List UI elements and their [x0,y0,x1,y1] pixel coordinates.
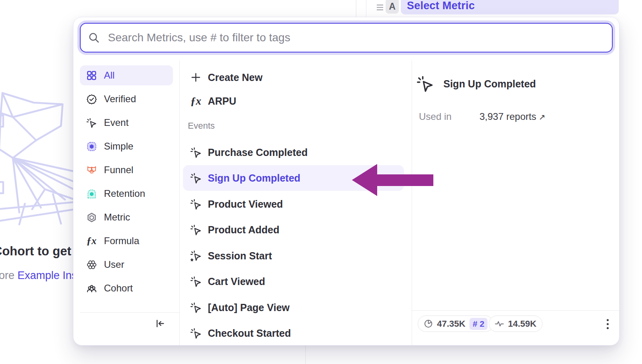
formula-fx-icon: ƒx [85,235,98,247]
collapse-left-icon [154,317,166,330]
pie-chart-icon [424,319,433,328]
list-item-event[interactable]: Checkout Started [183,320,404,346]
list-item-event[interactable]: Product Viewed [183,191,404,217]
user-cluster-icon [85,259,98,271]
total-count-value: 47.35K [437,319,465,329]
sidebar-item-formula[interactable]: ƒx Formula [80,231,173,251]
sidebar-item-metric[interactable]: Metric [80,207,173,227]
cohort-people-icon [85,282,98,294]
sidebar-item-label: Event [104,117,128,128]
empty-state-subtitle-text: ore [0,269,14,281]
bg-panel-border [356,0,356,17]
more-options-button[interactable] [601,317,614,331]
used-in-label: Used in [419,111,451,122]
detail-divider [412,61,412,345]
detail-footer-divider [412,310,620,311]
event-cursor-star-icon [190,250,202,262]
sidebar-item-verified[interactable]: Verified [80,89,173,109]
sidebar-item-label: Cohort [104,283,133,294]
funnel-icon [85,164,98,176]
grid-icon [85,69,98,81]
search-input[interactable] [107,31,590,44]
list-item-label: Product Added [208,224,279,236]
event-cursor-icon [190,198,202,210]
metric-hexagon-icon [85,211,98,223]
sidebar-item-event[interactable]: Event [80,113,173,133]
search-icon [88,32,100,44]
list-item-event[interactable]: Purchase Completed [183,140,404,165]
create-new-label: Create New [208,72,262,83]
bg-panel-border-bottom [305,346,306,364]
total-count-badge[interactable]: 47.35K # 2 [418,315,494,332]
list-item-label: Checkout Started [208,328,291,339]
event-cursor-icon [190,224,202,236]
sidebar-item-all[interactable]: All [80,65,173,85]
list-item-label: Product Viewed [208,198,283,210]
list-item-label: Purchase Completed [208,147,308,158]
event-cursor-icon [190,146,202,158]
empty-state-subtitle: ore Example Ins [0,269,77,282]
sidebar-item-label: Verified [104,93,136,105]
bg-panel-border-2 [366,0,366,17]
event-cursor-icon [85,117,98,129]
activity-count-badge[interactable]: 14.59K [489,315,542,332]
kebab-icon [607,319,609,321]
metric-picker-dialog: All Verified Event [73,17,620,346]
sidebar-item-cohort[interactable]: Cohort [80,278,173,298]
detail-title: Sign Up Completed [443,78,536,90]
series-a-badge: A [386,0,399,14]
event-cursor-icon [190,172,202,184]
drag-handle-icon[interactable] [376,4,384,13]
list-item-label: ARPU [208,95,236,107]
sidebar-item-user[interactable]: User [80,255,173,275]
sidebar-item-label: Funnel [104,164,133,176]
sidebar-item-label: All [104,70,115,81]
empty-state-title: Cohort to get s [0,244,81,259]
sidebar-item-label: Metric [104,212,130,223]
create-new-button[interactable]: Create New [183,67,404,88]
wireframe-illustration [0,89,77,225]
list-item-label: Cart Viewed [208,276,265,287]
select-metric-field[interactable]: Select Metric [401,0,619,14]
collapse-sidebar-button[interactable] [153,316,167,331]
events-section-header: Events [188,121,215,131]
search-box[interactable] [80,23,613,53]
list-item-event[interactable]: Cart Viewed [183,269,404,294]
verified-badge-icon [85,93,98,105]
event-cursor-icon [190,275,202,287]
external-link-icon: ↗ [538,113,545,121]
example-insights-link[interactable]: Example Ins [18,269,77,281]
sidebar-item-label: Formula [104,235,139,247]
sidebar-item-label: Retention [104,188,145,199]
simple-block-icon [85,140,98,152]
list-item-label: Session Start [208,250,272,262]
list-item-label: [Auto] Page View [208,302,290,313]
retention-icon [85,188,98,200]
sidebar-item-label: User [104,259,124,270]
type-filter-sidebar: All Verified Event [80,65,173,302]
select-metric-label: Select Metric [407,0,475,12]
sidebar-item-retention[interactable]: Retention [80,184,173,204]
event-cursor-icon [190,327,202,339]
event-cursor-icon-large [416,75,434,94]
activity-pulse-icon [495,319,504,328]
sidebar-footer-divider [80,312,179,313]
sidebar-item-label: Simple [104,141,133,152]
list-item-event-selected[interactable]: Sign Up Completed [183,165,404,191]
plus-icon [190,71,202,83]
formula-fx-icon: ƒx [190,95,202,107]
list-item-event[interactable]: Session Start [183,243,404,269]
rank-chip: # 2 [469,318,488,330]
sidebar-divider [179,61,180,345]
sidebar-item-simple[interactable]: Simple [80,136,173,156]
list-item-event[interactable]: Product Added [183,217,404,243]
list-item-arpu[interactable]: ƒx ARPU [183,91,404,111]
list-item-event[interactable]: [Auto] Page View [183,295,404,320]
event-cursor-icon [190,301,202,313]
sidebar-item-funnel[interactable]: Funnel [80,160,173,180]
activity-count-value: 14.59K [508,319,536,329]
used-in-reports-link[interactable]: 3,937 reports↗ [479,111,545,122]
list-item-label: Sign Up Completed [208,172,301,184]
